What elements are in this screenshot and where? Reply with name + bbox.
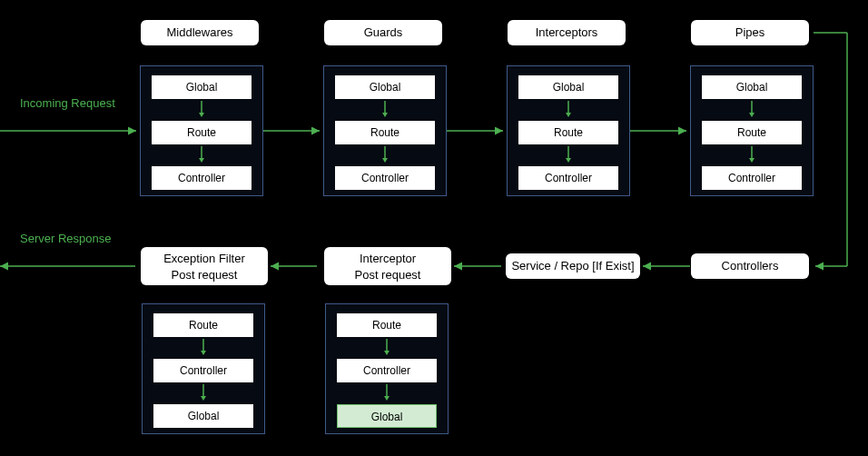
arrow-down-icon: [380, 146, 390, 164]
interceptor-post-line1: Interceptor: [360, 252, 416, 265]
arrow-down-icon: [199, 339, 208, 357]
guards-item-route: Route: [335, 121, 435, 144]
middlewares-stack: Global Route Controller: [140, 65, 263, 196]
arrow-down-icon: [382, 384, 391, 402]
arrow-down-icon: [382, 339, 391, 357]
exception-filter-title: Exception Filter Post request: [141, 247, 268, 285]
exception-filter-item-global: Global: [153, 404, 253, 428]
arrow-down-icon: [197, 101, 206, 119]
interceptor-post-title: Interceptor Post request: [324, 247, 451, 285]
controllers-title: Controllers: [691, 253, 809, 279]
interceptors-title: Interceptors: [508, 20, 626, 45]
interceptors-item-route: Route: [518, 121, 618, 144]
middlewares-item-route: Route: [152, 121, 252, 144]
arrow-down-icon: [199, 384, 208, 402]
arrow-down-icon: [564, 146, 573, 164]
interceptors-item-global: Global: [518, 75, 618, 99]
server-response-label: Server Response: [20, 232, 111, 245]
exception-filter-stack: Route Controller Global: [142, 303, 265, 434]
arrow-down-icon: [747, 101, 756, 119]
exception-filter-item-route: Route: [153, 313, 253, 337]
guards-item-global: Global: [335, 75, 435, 99]
exception-filter-line2: Post request: [172, 268, 238, 282]
interceptors-item-controller: Controller: [518, 166, 618, 190]
exception-filter-item-controller: Controller: [153, 359, 253, 382]
arrow-down-icon: [564, 101, 573, 119]
interceptor-post-item-route: Route: [337, 313, 437, 337]
pipes-item-controller: Controller: [702, 166, 802, 190]
pipes-item-route: Route: [702, 121, 802, 144]
middlewares-item-controller: Controller: [152, 166, 252, 190]
guards-item-controller: Controller: [335, 166, 435, 190]
pipes-stack: Global Route Controller: [690, 65, 814, 196]
interceptors-stack: Global Route Controller: [507, 65, 630, 196]
interceptor-post-line2: Post request: [355, 268, 421, 282]
arrow-down-icon: [747, 146, 756, 164]
guards-title: Guards: [324, 20, 442, 45]
incoming-request-label: Incoming Request: [20, 96, 115, 110]
interceptor-post-item-global: Global: [337, 404, 437, 428]
middlewares-item-global: Global: [152, 75, 252, 99]
middlewares-title: Middlewares: [141, 20, 259, 45]
arrow-down-icon: [380, 101, 390, 119]
pipes-item-global: Global: [702, 75, 802, 99]
interceptor-post-item-controller: Controller: [337, 359, 437, 382]
pipes-title: Pipes: [691, 20, 809, 45]
interceptor-post-stack: Route Controller Global: [325, 303, 449, 434]
arrow-down-icon: [197, 146, 206, 164]
exception-filter-line1: Exception Filter: [163, 252, 245, 265]
service-repo-title: Service / Repo [If Exist]: [506, 253, 640, 279]
guards-stack: Global Route Controller: [323, 65, 447, 196]
